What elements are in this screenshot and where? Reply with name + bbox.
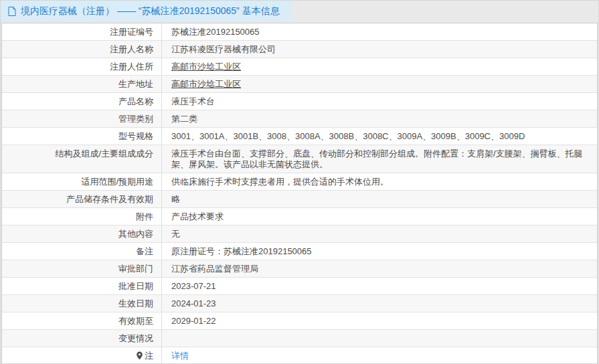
row-value: 江苏科凌医疗器械有限公司 (162, 41, 597, 58)
row-label: 备注 (2, 243, 162, 260)
row-label: 有效期至 (2, 312, 162, 329)
table-row: 备注原注册证号：苏械注准20192150065 (2, 242, 597, 260)
row-value: 2024-01-23 (162, 295, 597, 312)
table-row: 适用范围/预期用途供临床施行手术时支撑患者用，提供合适的手术体位用。 (2, 173, 597, 190)
row-label: 变更情况 (2, 330, 162, 347)
table-row: 注册证编号苏械注准20192150065 (2, 23, 597, 40)
table-row: 注详情 (2, 347, 597, 364)
row-label: 型号规格 (2, 128, 162, 145)
row-label-text: 批准日期 (118, 281, 153, 291)
row-value: 第二类 (162, 110, 597, 127)
table-row: 变更情况 (2, 329, 597, 347)
row-value-text: 3001、3001A、3001B、3008、3008A、3008B、3008C、… (171, 131, 525, 141)
row-label: 审批部门 (2, 260, 162, 277)
row-label-text: 有效期至 (118, 316, 153, 326)
row-label-text: 注册人住所 (110, 62, 153, 72)
address-link[interactable]: 高邮市沙埝工业区 (171, 79, 241, 89)
table-row: 注册人名称江苏科凌医疗器械有限公司 (2, 40, 597, 58)
row-label: 管理类别 (2, 110, 162, 127)
row-label: 产品储存条件及有效期 (2, 191, 162, 207)
row-value-text: 供临床施行手术时支撑患者用，提供合适的手术体位用。 (171, 177, 389, 187)
row-value-text: 无 (171, 229, 180, 239)
row-value-text: 液压手术台由台面、支撑部分、底盘、传动部分和控制部分组成。附件配置：支肩架/支腰… (171, 149, 583, 169)
row-label-text: 注册证编号 (110, 27, 153, 37)
row-value: 高邮市沙埝工业区 (162, 76, 597, 92)
page-title: 境内医疗器械（注册） —— “苏械注准20192150065” 基本信息 (21, 5, 280, 17)
table-row: 型号规格3001、3001A、3001B、3008、3008A、3008B、30… (2, 127, 597, 145)
document-icon (8, 7, 16, 16)
row-label-text: 审批部门 (118, 264, 153, 274)
table-row: 注册人住所高邮市沙埝工业区 (2, 58, 597, 75)
table-row: 管理类别第二类 (2, 110, 597, 127)
registration-info-table: 注册证编号苏械注准20192150065注册人名称江苏科凌医疗器械有限公司注册人… (1, 23, 598, 364)
row-value-text: 江苏科凌医疗器械有限公司 (171, 44, 276, 54)
row-label: 注册人名称 (2, 41, 162, 58)
row-label-text: 生产地址 (118, 79, 153, 89)
row-value (162, 330, 597, 347)
medical-device-info-page: 境内医疗器械（注册） —— “苏械注准20192150065” 基本信息 注册证… (0, 0, 599, 364)
row-label-text: 注 (145, 351, 153, 361)
table-row: 产品名称液压手术台 (2, 92, 597, 110)
row-value: 2029-01-22 (162, 312, 597, 329)
row-label-text: 附件 (136, 211, 153, 221)
row-value-text: 第二类 (171, 114, 197, 124)
row-label: 附件 (2, 208, 162, 225)
row-value-text: 苏械注准20192150065 (171, 27, 260, 37)
row-value: 供临床施行手术时支撑患者用，提供合适的手术体位用。 (162, 173, 597, 190)
row-value-text: 液压手术台 (171, 96, 215, 106)
row-label-text: 变更情况 (118, 333, 153, 343)
row-label: 注册人住所 (2, 58, 162, 75)
row-value-text: 2029-01-22 (171, 316, 216, 326)
row-label: 注 (2, 347, 162, 364)
row-label-text: 管理类别 (118, 114, 153, 124)
table-row: 其他内容无 (2, 225, 597, 242)
row-label: 产品名称 (2, 93, 162, 110)
row-value-text: 江苏省药品监督管理局 (171, 264, 258, 274)
row-label-text: 适用范围/预期用途 (81, 177, 153, 187)
row-value: 详情 (162, 347, 597, 364)
details-link[interactable]: 详情 (171, 351, 189, 361)
table-row: 生产地址高邮市沙埝工业区 (2, 75, 597, 92)
page-header: 境内医疗器械（注册） —— “苏械注准20192150065” 基本信息 (1, 1, 598, 21)
row-label: 生效日期 (2, 295, 162, 312)
row-value: 液压手术台 (162, 93, 597, 110)
row-value: 原注册证号：苏械注准20192150065 (162, 243, 597, 260)
table-row: 审批部门江苏省药品监督管理局 (2, 260, 597, 277)
row-value-text: 略 (171, 194, 180, 204)
address-link[interactable]: 高邮市沙埝工业区 (171, 62, 241, 72)
table-row: 生效日期2024-01-23 (2, 294, 597, 312)
table-row: 有效期至2029-01-22 (2, 312, 597, 329)
row-value: 苏械注准20192150065 (162, 23, 597, 40)
row-value: 高邮市沙埝工业区 (162, 58, 597, 75)
row-value: 无 (162, 225, 597, 242)
page-title-tab: 境内医疗器械（注册） —— “苏械注准20192150065” 基本信息 (1, 1, 292, 21)
row-label: 批准日期 (2, 278, 162, 294)
row-value-text: 2024-01-23 (171, 298, 216, 308)
row-value-text: 产品技术要求 (171, 211, 224, 221)
row-label: 生产地址 (2, 76, 162, 92)
row-label-text: 注册人名称 (110, 44, 153, 54)
row-value: 2023-07-21 (162, 278, 597, 294)
pin-icon (136, 351, 143, 363)
row-label-text: 其他内容 (118, 229, 153, 239)
row-value: 液压手术台由台面、支撑部分、底盘、传动部分和控制部分组成。附件配置：支肩架/支腰… (162, 145, 597, 173)
row-value: 3001、3001A、3001B、3008、3008A、3008B、3008C、… (162, 128, 597, 145)
row-label-text: 型号规格 (118, 131, 153, 141)
row-value-text: 2023-07-21 (171, 281, 216, 291)
row-value: 略 (162, 191, 597, 207)
row-label-text: 产品储存条件及有效期 (66, 194, 153, 204)
row-label: 注册证编号 (2, 23, 162, 40)
table-row: 附件产品技术要求 (2, 207, 597, 225)
row-label-text: 结构及组成/主要组成成分 (55, 149, 153, 159)
row-value-text: 原注册证号：苏械注准20192150065 (171, 246, 312, 256)
row-label: 其他内容 (2, 225, 162, 242)
row-label: 适用范围/预期用途 (2, 173, 162, 190)
row-label-text: 备注 (136, 246, 153, 256)
row-label-text: 产品名称 (118, 96, 153, 106)
table-row: 批准日期2023-07-21 (2, 277, 597, 294)
row-label: 结构及组成/主要组成成分 (2, 145, 162, 173)
table-row: 产品储存条件及有效期略 (2, 190, 597, 207)
row-value: 江苏省药品监督管理局 (162, 260, 597, 277)
table-row: 结构及组成/主要组成成分液压手术台由台面、支撑部分、底盘、传动部分和控制部分组成… (2, 145, 597, 173)
row-label-text: 生效日期 (118, 298, 153, 308)
